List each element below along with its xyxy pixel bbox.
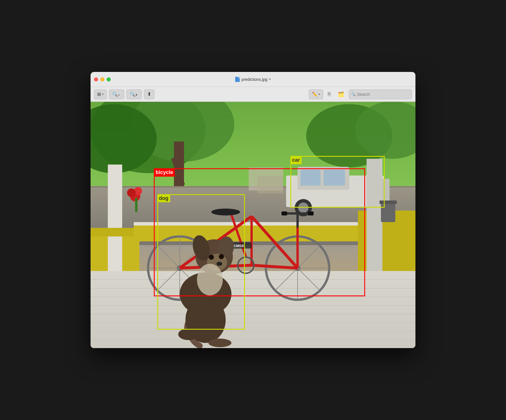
zoom-out-icon: 🔍	[112, 91, 118, 97]
titlebar: predictions.jpg ▾	[91, 72, 415, 87]
sidebar-icon: ⊞	[97, 91, 101, 97]
minimize-button[interactable]	[100, 77, 104, 81]
svg-rect-14	[300, 170, 321, 186]
file-type-icon	[235, 77, 240, 82]
svg-rect-29	[91, 271, 415, 348]
window-title: predictions.jpg	[241, 77, 267, 82]
zoom-in-plus: +	[135, 93, 137, 97]
info-icon: 🗂️	[338, 91, 344, 98]
annotate-chevron-icon: ▾	[319, 93, 320, 96]
svg-point-17	[298, 203, 308, 213]
maximize-button[interactable]	[107, 77, 111, 81]
svg-rect-83	[257, 176, 283, 193]
svg-point-72	[219, 254, 224, 259]
zoom-out-minus: −	[118, 93, 120, 97]
svg-rect-60	[281, 211, 287, 215]
svg-rect-59	[308, 211, 314, 215]
zoom-in-button[interactable]: 🔍 +	[126, 89, 142, 99]
svg-rect-77	[381, 202, 395, 222]
zoom-in-icon: 🔍	[130, 91, 135, 97]
copy-icon: ⎘	[328, 91, 331, 97]
svg-point-75	[208, 339, 231, 347]
svg-rect-15	[323, 170, 345, 186]
sidebar-toggle-button[interactable]: ⊞ ▾	[94, 89, 107, 99]
toolbar: ⊞ ▾ 🔍 − 🔍 + ⬆ ✏️ ▾ ⎘ 🗂️	[91, 87, 415, 102]
scene-svg: CMG8	[91, 102, 415, 348]
svg-point-71	[209, 255, 214, 260]
annotate-button[interactable]: ✏️ ▾	[309, 89, 323, 99]
svg-line-53	[252, 265, 298, 268]
zoom-out-button[interactable]: 🔍 −	[109, 89, 124, 99]
info-button[interactable]: 🗂️	[336, 89, 346, 99]
svg-rect-25	[134, 222, 358, 226]
svg-text:CMG8: CMG8	[234, 244, 244, 248]
share-icon: ⬆	[147, 91, 151, 97]
annotate-icon: ✏️	[312, 91, 318, 97]
search-input[interactable]	[349, 89, 412, 99]
copy-button[interactable]: ⎘	[325, 89, 333, 99]
window-title-area: predictions.jpg ▾	[235, 77, 271, 82]
search-wrapper: 🔍	[349, 89, 412, 99]
svg-point-81	[127, 188, 136, 197]
main-window: predictions.jpg ▾ ⊞ ▾ 🔍 − 🔍 + ⬆ ✏️ ▾	[91, 72, 415, 348]
svg-rect-78	[379, 201, 397, 204]
sidebar-chevron-icon: ▾	[102, 93, 103, 96]
svg-point-56	[211, 209, 240, 215]
toolbar-right: ✏️ ▾ ⎘ 🗂️ 🔍	[309, 89, 412, 99]
image-scene: CMG8	[91, 102, 415, 348]
svg-point-76	[178, 329, 198, 340]
close-button[interactable]	[94, 77, 98, 81]
chevron-down-icon[interactable]: ▾	[269, 77, 271, 81]
svg-point-73	[197, 264, 223, 295]
svg-point-70	[216, 262, 222, 266]
svg-rect-23	[91, 228, 139, 236]
svg-rect-82	[135, 198, 137, 212]
image-viewer: CMG8	[91, 102, 415, 348]
traffic-lights	[94, 77, 111, 81]
share-button[interactable]: ⬆	[144, 89, 154, 99]
